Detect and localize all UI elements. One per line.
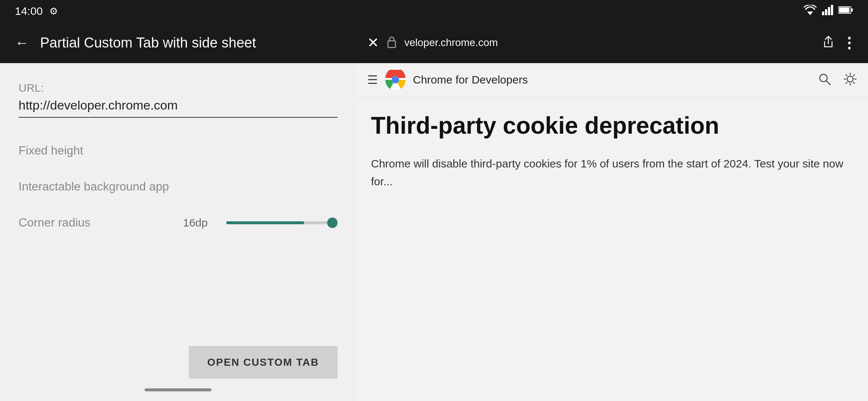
article-title: Third-party cookie deprecation	[371, 111, 853, 140]
left-panel: ← Partial Custom Tab with side sheet URL…	[0, 22, 356, 401]
status-time: 14:00	[15, 5, 43, 17]
svg-line-20	[854, 82, 855, 83]
slider-thumb	[327, 218, 338, 228]
gear-icon: ⚙	[49, 6, 58, 17]
signal-icon	[822, 5, 833, 18]
svg-rect-1	[822, 12, 824, 15]
corner-radius-value: 16dp	[183, 216, 208, 229]
svg-rect-6	[839, 7, 849, 13]
chrome-content: ☰ Chrome for Developers	[356, 63, 868, 401]
interactable-bg-label: Interactable background app	[19, 180, 338, 193]
svg-rect-2	[825, 9, 827, 15]
svg-point-14	[847, 76, 853, 82]
svg-line-22	[846, 82, 847, 83]
chrome-url[interactable]: veloper.chrome.com	[404, 37, 815, 49]
slider-fill	[226, 221, 304, 224]
svg-rect-8	[388, 41, 395, 48]
fixed-height-label: Fixed height	[19, 144, 338, 157]
chrome-site-name: Chrome for Developers	[413, 74, 811, 86]
corner-radius-row: Corner radius 16dp	[19, 216, 338, 229]
right-panel: ✕ veloper.chrome.com ⋮ ☰	[356, 22, 868, 401]
chrome-lock-icon	[387, 36, 397, 50]
chrome-share-icon[interactable]	[822, 36, 834, 50]
svg-line-19	[846, 75, 847, 76]
svg-point-11	[392, 77, 398, 83]
app-content: URL: http://developer.chrome.com Fixed h…	[0, 63, 356, 324]
status-bar-right	[803, 5, 853, 18]
bottom-bar	[0, 379, 356, 401]
chrome-close-button[interactable]: ✕	[367, 35, 379, 51]
brightness-icon[interactable]	[844, 72, 857, 87]
status-bar: 14:00 ⚙	[0, 0, 868, 22]
svg-line-13	[826, 81, 830, 85]
chrome-logo	[385, 70, 405, 90]
article-body: Chrome will disable third-party cookies …	[371, 155, 853, 190]
main-area: ← Partial Custom Tab with side sheet URL…	[0, 22, 868, 401]
battery-icon	[838, 6, 853, 17]
corner-radius-label: Corner radius	[19, 216, 91, 229]
svg-rect-3	[828, 7, 830, 15]
url-label: URL:	[19, 82, 338, 94]
svg-rect-7	[851, 9, 853, 12]
open-custom-tab-button[interactable]: OPEN CUSTOM TAB	[189, 346, 338, 379]
corner-radius-slider[interactable]	[226, 221, 338, 224]
url-section: URL: http://developer.chrome.com	[19, 82, 338, 118]
wifi-icon	[803, 5, 817, 18]
status-bar-left: 14:00 ⚙	[15, 5, 58, 17]
svg-marker-0	[807, 12, 813, 15]
chrome-article: Third-party cookie deprecation Chrome wi…	[356, 97, 868, 401]
chrome-nav-bar: ☰ Chrome for Developers	[356, 63, 868, 97]
svg-line-21	[854, 75, 855, 76]
search-icon[interactable]	[818, 73, 831, 87]
home-indicator	[145, 388, 211, 391]
back-button[interactable]: ←	[15, 35, 29, 51]
app-title: Partial Custom Tab with side sheet	[40, 35, 256, 51]
hamburger-icon[interactable]: ☰	[367, 73, 378, 87]
button-area: OPEN CUSTOM TAB	[0, 346, 356, 379]
chrome-more-icon[interactable]: ⋮	[842, 34, 857, 51]
chrome-toolbar: ✕ veloper.chrome.com ⋮	[356, 22, 868, 63]
app-toolbar: ← Partial Custom Tab with side sheet	[0, 22, 356, 63]
url-value[interactable]: http://developer.chrome.com	[19, 98, 338, 118]
svg-rect-4	[831, 5, 833, 15]
